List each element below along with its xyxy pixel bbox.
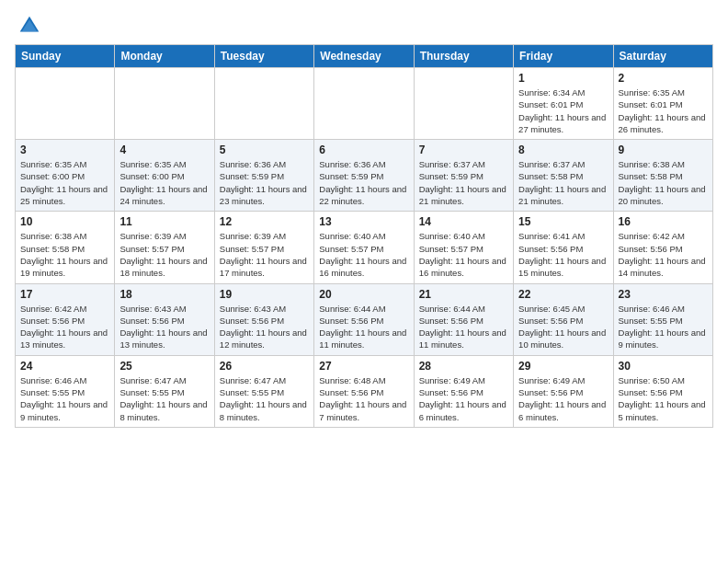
day-header-sunday: Sunday [16,45,115,68]
calendar-week-row: 1Sunrise: 6:34 AMSunset: 6:01 PMDaylight… [16,68,713,140]
day-info: Sunrise: 6:49 AMSunset: 5:56 PMDaylight:… [518,374,608,423]
day-info: Sunrise: 6:37 AMSunset: 5:59 PMDaylight:… [419,158,508,207]
calendar-cell [214,68,313,140]
day-info: Sunrise: 6:42 AMSunset: 5:56 PMDaylight:… [20,303,109,351]
calendar-cell: 12Sunrise: 6:39 AMSunset: 5:57 PMDayligh… [214,212,313,283]
day-info: Sunrise: 6:40 AMSunset: 5:57 PMDaylight:… [319,230,408,279]
calendar-cell: 6Sunrise: 6:36 AMSunset: 5:59 PMDaylight… [314,140,414,212]
logo-icon [17,13,42,39]
day-number: 13 [319,215,408,228]
day-number: 23 [619,288,708,301]
day-number: 29 [518,360,608,373]
calendar-week-row: 3Sunrise: 6:35 AMSunset: 6:00 PMDaylight… [16,140,713,212]
calendar-cell: 19Sunrise: 6:43 AMSunset: 5:56 PMDayligh… [214,283,313,355]
day-number: 27 [319,360,408,373]
calendar-cell: 22Sunrise: 6:45 AMSunset: 5:56 PMDayligh… [514,283,613,355]
calendar-cell: 23Sunrise: 6:46 AMSunset: 5:55 PMDayligh… [613,283,712,355]
calendar-cell: 11Sunrise: 6:39 AMSunset: 5:57 PMDayligh… [115,212,214,283]
day-info: Sunrise: 6:38 AMSunset: 5:58 PMDaylight:… [20,230,109,279]
day-number: 2 [619,72,708,85]
calendar-cell: 26Sunrise: 6:47 AMSunset: 5:55 PMDayligh… [214,355,313,427]
day-number: 11 [119,215,209,228]
day-info: Sunrise: 6:35 AMSunset: 6:00 PMDaylight:… [119,158,209,207]
day-number: 1 [518,72,608,85]
day-info: Sunrise: 6:43 AMSunset: 5:56 PMDaylight:… [119,303,209,351]
day-info: Sunrise: 6:40 AMSunset: 5:57 PMDaylight:… [419,230,508,279]
calendar-cell: 14Sunrise: 6:40 AMSunset: 5:57 PMDayligh… [414,212,513,283]
calendar-cell: 9Sunrise: 6:38 AMSunset: 5:58 PMDaylight… [613,140,712,212]
calendar-week-row: 24Sunrise: 6:46 AMSunset: 5:55 PMDayligh… [16,355,713,427]
logo [15,13,42,39]
day-info: Sunrise: 6:36 AMSunset: 5:59 PMDaylight:… [319,158,408,207]
day-number: 10 [20,215,109,228]
calendar-cell: 24Sunrise: 6:46 AMSunset: 5:55 PMDayligh… [16,355,115,427]
day-info: Sunrise: 6:41 AMSunset: 5:56 PMDaylight:… [518,230,608,279]
day-number: 30 [619,360,708,373]
day-info: Sunrise: 6:38 AMSunset: 5:58 PMDaylight:… [619,158,708,207]
day-header-friday: Friday [514,45,613,68]
calendar-cell: 15Sunrise: 6:41 AMSunset: 5:56 PMDayligh… [514,212,613,283]
calendar-header-row: SundayMondayTuesdayWednesdayThursdayFrid… [16,45,713,68]
day-number: 22 [518,288,608,301]
calendar-cell: 17Sunrise: 6:42 AMSunset: 5:56 PMDayligh… [16,283,115,355]
calendar-cell: 21Sunrise: 6:44 AMSunset: 5:56 PMDayligh… [414,283,513,355]
day-header-saturday: Saturday [613,45,712,68]
day-number: 4 [119,144,209,156]
day-number: 7 [419,144,508,156]
calendar-cell [115,68,214,140]
calendar-cell: 29Sunrise: 6:49 AMSunset: 5:56 PMDayligh… [514,355,613,427]
day-number: 6 [319,144,408,156]
day-header-tuesday: Tuesday [214,45,313,68]
calendar-cell [414,68,513,140]
day-number: 15 [518,215,608,228]
calendar-cell: 18Sunrise: 6:43 AMSunset: 5:56 PMDayligh… [115,283,214,355]
calendar-cell: 28Sunrise: 6:49 AMSunset: 5:56 PMDayligh… [414,355,513,427]
calendar-week-row: 10Sunrise: 6:38 AMSunset: 5:58 PMDayligh… [16,212,713,283]
calendar-cell: 5Sunrise: 6:36 AMSunset: 5:59 PMDaylight… [214,140,313,212]
calendar-cell: 8Sunrise: 6:37 AMSunset: 5:58 PMDaylight… [514,140,613,212]
day-info: Sunrise: 6:42 AMSunset: 5:56 PMDaylight:… [619,230,708,279]
calendar-cell: 1Sunrise: 6:34 AMSunset: 6:01 PMDaylight… [514,68,613,140]
day-number: 9 [619,144,708,156]
calendar-table: SundayMondayTuesdayWednesdayThursdayFrid… [15,44,713,428]
day-info: Sunrise: 6:48 AMSunset: 5:56 PMDaylight:… [319,374,408,423]
day-info: Sunrise: 6:47 AMSunset: 5:55 PMDaylight:… [220,374,309,423]
day-info: Sunrise: 6:39 AMSunset: 5:57 PMDaylight:… [119,230,209,279]
calendar-week-row: 17Sunrise: 6:42 AMSunset: 5:56 PMDayligh… [16,283,713,355]
day-number: 16 [619,215,708,228]
calendar-cell [314,68,414,140]
calendar-cell: 27Sunrise: 6:48 AMSunset: 5:56 PMDayligh… [314,355,414,427]
day-number: 18 [119,288,209,301]
day-info: Sunrise: 6:37 AMSunset: 5:58 PMDaylight:… [518,158,608,207]
day-number: 5 [220,144,309,156]
day-info: Sunrise: 6:35 AMSunset: 6:01 PMDaylight:… [619,86,708,135]
day-info: Sunrise: 6:50 AMSunset: 5:56 PMDaylight:… [619,374,708,423]
calendar-cell: 10Sunrise: 6:38 AMSunset: 5:58 PMDayligh… [16,212,115,283]
day-info: Sunrise: 6:47 AMSunset: 5:55 PMDaylight:… [119,374,209,423]
day-info: Sunrise: 6:43 AMSunset: 5:56 PMDaylight:… [220,303,309,351]
calendar-cell: 13Sunrise: 6:40 AMSunset: 5:57 PMDayligh… [314,212,414,283]
calendar-cell: 4Sunrise: 6:35 AMSunset: 6:00 PMDaylight… [115,140,214,212]
day-info: Sunrise: 6:49 AMSunset: 5:56 PMDaylight:… [419,374,508,423]
day-number: 26 [220,360,309,373]
day-header-wednesday: Wednesday [314,45,414,68]
day-info: Sunrise: 6:45 AMSunset: 5:56 PMDaylight:… [518,303,608,351]
calendar-cell: 20Sunrise: 6:44 AMSunset: 5:56 PMDayligh… [314,283,414,355]
day-info: Sunrise: 6:34 AMSunset: 6:01 PMDaylight:… [518,86,608,135]
day-info: Sunrise: 6:46 AMSunset: 5:55 PMDaylight:… [619,303,708,351]
day-info: Sunrise: 6:35 AMSunset: 6:00 PMDaylight:… [20,158,109,207]
day-number: 14 [419,215,508,228]
day-info: Sunrise: 6:46 AMSunset: 5:55 PMDaylight:… [20,374,109,423]
day-info: Sunrise: 6:39 AMSunset: 5:57 PMDaylight:… [220,230,309,279]
day-number: 12 [220,215,309,228]
day-header-thursday: Thursday [414,45,513,68]
day-number: 17 [20,288,109,301]
page-header [15,9,713,39]
calendar-cell: 2Sunrise: 6:35 AMSunset: 6:01 PMDaylight… [613,68,712,140]
day-number: 3 [20,144,109,156]
day-info: Sunrise: 6:44 AMSunset: 5:56 PMDaylight:… [319,303,408,351]
calendar-cell: 25Sunrise: 6:47 AMSunset: 5:55 PMDayligh… [115,355,214,427]
day-header-monday: Monday [115,45,214,68]
day-number: 19 [220,288,309,301]
day-number: 8 [518,144,608,156]
